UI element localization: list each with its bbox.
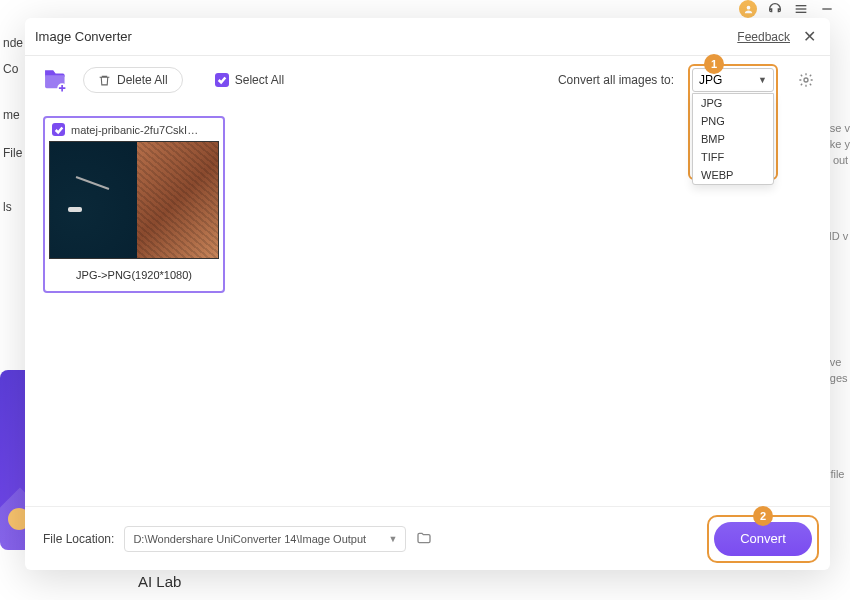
modal-title: Image Converter <box>35 29 132 44</box>
trash-icon <box>98 74 111 87</box>
delete-all-label: Delete All <box>117 73 168 87</box>
file-location-path: D:\Wondershare UniConverter 14\Image Out… <box>133 533 366 545</box>
image-thumbnail[interactable]: matej-pribanic-2fu7CskIT... JPG->PNG(192… <box>43 116 225 293</box>
file-location-label: File Location: <box>43 532 114 546</box>
chevron-down-icon: ▼ <box>758 75 767 85</box>
format-dropdown: JPG PNG BMP TIFF WEBP <box>692 93 774 185</box>
close-icon[interactable]: ✕ <box>800 27 818 46</box>
thumbnail-caption: JPG->PNG(1920*1080) <box>45 259 223 291</box>
chevron-down-icon: ▼ <box>388 534 397 544</box>
ai-lab-label: AI Lab <box>138 573 181 590</box>
format-option-png[interactable]: PNG <box>693 112 773 130</box>
format-option-jpg[interactable]: JPG <box>693 94 773 112</box>
callout-badge-2: 2 <box>753 506 773 526</box>
thumbnail-checkbox[interactable] <box>52 123 65 136</box>
select-all-checkbox[interactable]: Select All <box>215 73 284 87</box>
callout-badge-1: 1 <box>704 54 724 74</box>
select-all-label: Select All <box>235 73 284 87</box>
avatar[interactable] <box>739 0 757 18</box>
file-location-select[interactable]: D:\Wondershare UniConverter 14\Image Out… <box>124 526 406 552</box>
convert-to-label: Convert all images to: <box>558 73 674 87</box>
svg-point-0 <box>746 5 750 9</box>
format-option-bmp[interactable]: BMP <box>693 130 773 148</box>
format-option-tiff[interactable]: TIFF <box>693 148 773 166</box>
svg-point-6 <box>804 78 808 82</box>
image-converter-modal: Image Converter Feedback ✕ Delete All Se… <box>25 18 830 570</box>
checkbox-checked-icon <box>215 73 229 87</box>
convert-button[interactable]: Convert <box>714 522 812 556</box>
open-folder-button[interactable] <box>416 530 434 548</box>
format-selected-value: JPG <box>699 73 722 87</box>
feedback-link[interactable]: Feedback <box>737 30 790 44</box>
bg-sidebar-fragments: nde Co me File ls <box>0 30 20 220</box>
delete-all-button[interactable]: Delete All <box>83 67 183 93</box>
add-files-button[interactable] <box>39 65 69 95</box>
menu-icon[interactable] <box>793 1 809 17</box>
format-option-webp[interactable]: WEBP <box>693 166 773 184</box>
settings-button[interactable] <box>796 70 816 90</box>
thumbnail-preview <box>49 141 219 259</box>
minimize-icon[interactable] <box>819 1 835 17</box>
folder-icon <box>416 530 432 546</box>
headset-icon[interactable] <box>767 1 783 17</box>
format-select[interactable]: JPG ▼ <box>692 68 774 92</box>
gear-icon <box>798 72 814 88</box>
thumbnail-filename: matej-pribanic-2fu7CskIT... <box>71 124 201 136</box>
